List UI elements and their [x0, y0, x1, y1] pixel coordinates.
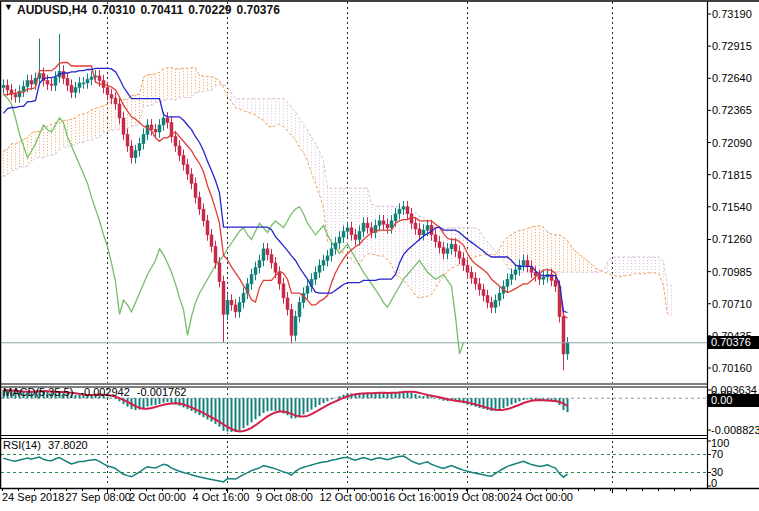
- time-axis-label: 9 Oct 08:00: [256, 491, 313, 503]
- current-price-badge: 0.70376: [708, 336, 759, 349]
- price-axis-label: 0.72640: [712, 72, 752, 84]
- time-axis-label: 4 Oct 16:00: [193, 491, 250, 503]
- price-axis-label: 0.70160: [712, 362, 752, 374]
- time-axis-label: 24 Sep 2018: [2, 491, 64, 503]
- price-axis-label: 0.71260: [712, 233, 752, 245]
- symbol-period-label: AUDUSD,H4: [17, 3, 87, 17]
- price-axis-label: 0.70985: [712, 266, 752, 278]
- rsi-axis-70: 70: [711, 448, 723, 460]
- price-axis-label: 0.71540: [712, 201, 752, 213]
- time-axis-label: 16 Oct 16:00: [383, 491, 446, 503]
- price-axis-label: 0.72365: [712, 104, 752, 116]
- time-axis-label: 24 Oct 00:00: [510, 491, 573, 503]
- price-axis-label: 0.72090: [712, 137, 752, 149]
- price-axis-label: 0.70710: [712, 298, 752, 310]
- macd-axis-bottom: -0.008823: [711, 424, 759, 436]
- macd-indicator-label[interactable]: MACD(5,35,5)-0.002942-0.001762: [3, 386, 193, 398]
- ohlc-high: 0.70411: [140, 3, 183, 17]
- rsi-axis-0: 0: [711, 477, 717, 489]
- time-axis-label: 12 Oct 00:00: [320, 491, 383, 503]
- price-axis-label: 0.73190: [712, 8, 752, 20]
- rsi-name: RSI(14): [3, 439, 41, 451]
- rsi-indicator-label[interactable]: RSI(14)37.8020: [3, 439, 95, 451]
- price-axis-label: 0.72915: [712, 40, 752, 52]
- macd-name: MACD(5,35,5): [3, 386, 73, 398]
- time-axis-label: 27 Sep 08:00: [66, 491, 131, 503]
- chart-title: AUDUSD,H40.703100.704110.702290.70376: [17, 3, 285, 17]
- macd-value-2: -0.001762: [137, 386, 187, 398]
- chart-window: ▼ AUDUSD,H40.703100.704110.702290.70376 …: [0, 0, 759, 511]
- rsi-value: 37.8020: [48, 439, 88, 451]
- symbol-dropdown-icon[interactable]: ▼: [4, 2, 13, 12]
- chart-canvas[interactable]: [0, 0, 759, 511]
- time-axis-label: 19 Oct 08:00: [447, 491, 510, 503]
- ohlc-low: 0.70229: [188, 3, 231, 17]
- macd-value-1: -0.002942: [80, 386, 130, 398]
- time-axis-label: 2 Oct 00:00: [129, 491, 186, 503]
- price-axis-label: 0.71815: [712, 169, 752, 181]
- ohlc-open: 0.70310: [92, 3, 135, 17]
- ohlc-close: 0.70376: [237, 3, 280, 17]
- macd-value-badge: 0.00: [708, 394, 759, 407]
